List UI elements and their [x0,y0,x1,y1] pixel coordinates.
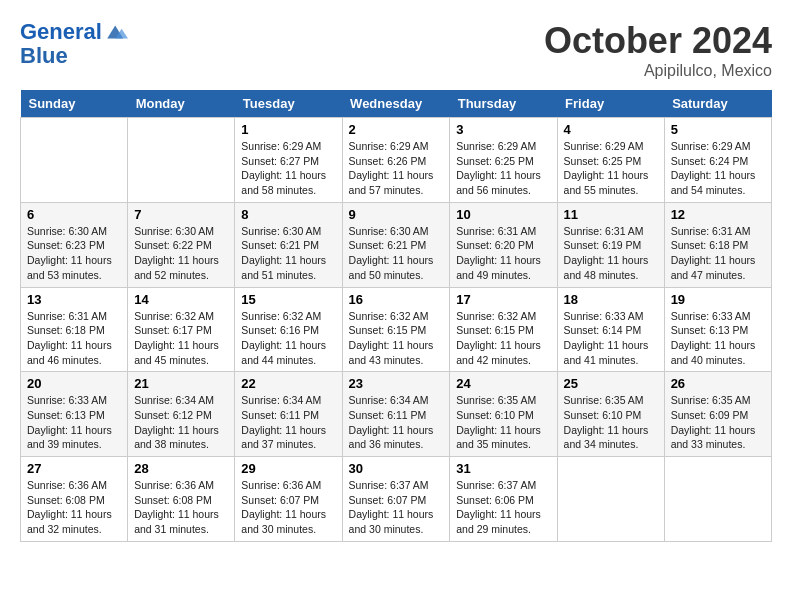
day-info: Sunrise: 6:36 AM Sunset: 6:08 PM Dayligh… [27,478,121,537]
day-info: Sunrise: 6:29 AM Sunset: 6:24 PM Dayligh… [671,139,765,198]
day-number: 14 [134,292,228,307]
logo: General Blue [20,20,128,68]
calendar-cell: 9Sunrise: 6:30 AM Sunset: 6:21 PM Daylig… [342,202,450,287]
calendar-week-3: 13Sunrise: 6:31 AM Sunset: 6:18 PM Dayli… [21,287,772,372]
calendar-header-row: SundayMondayTuesdayWednesdayThursdayFrid… [21,90,772,118]
calendar-cell: 5Sunrise: 6:29 AM Sunset: 6:24 PM Daylig… [664,118,771,203]
calendar-cell: 2Sunrise: 6:29 AM Sunset: 6:26 PM Daylig… [342,118,450,203]
calendar-cell: 23Sunrise: 6:34 AM Sunset: 6:11 PM Dayli… [342,372,450,457]
month-title: October 2024 [544,20,772,62]
day-number: 21 [134,376,228,391]
day-number: 24 [456,376,550,391]
day-info: Sunrise: 6:32 AM Sunset: 6:15 PM Dayligh… [456,309,550,368]
day-number: 12 [671,207,765,222]
calendar-cell: 27Sunrise: 6:36 AM Sunset: 6:08 PM Dayli… [21,457,128,542]
calendar-cell: 20Sunrise: 6:33 AM Sunset: 6:13 PM Dayli… [21,372,128,457]
calendar-cell: 8Sunrise: 6:30 AM Sunset: 6:21 PM Daylig… [235,202,342,287]
day-info: Sunrise: 6:30 AM Sunset: 6:21 PM Dayligh… [349,224,444,283]
day-number: 19 [671,292,765,307]
day-number: 27 [27,461,121,476]
col-header-friday: Friday [557,90,664,118]
calendar-week-5: 27Sunrise: 6:36 AM Sunset: 6:08 PM Dayli… [21,457,772,542]
col-header-saturday: Saturday [664,90,771,118]
col-header-tuesday: Tuesday [235,90,342,118]
day-number: 2 [349,122,444,137]
col-header-sunday: Sunday [21,90,128,118]
calendar-week-2: 6Sunrise: 6:30 AM Sunset: 6:23 PM Daylig… [21,202,772,287]
day-number: 20 [27,376,121,391]
calendar-cell: 13Sunrise: 6:31 AM Sunset: 6:18 PM Dayli… [21,287,128,372]
day-number: 16 [349,292,444,307]
calendar-cell: 15Sunrise: 6:32 AM Sunset: 6:16 PM Dayli… [235,287,342,372]
location: Apipilulco, Mexico [544,62,772,80]
calendar-cell: 10Sunrise: 6:31 AM Sunset: 6:20 PM Dayli… [450,202,557,287]
calendar-cell: 24Sunrise: 6:35 AM Sunset: 6:10 PM Dayli… [450,372,557,457]
calendar-table: SundayMondayTuesdayWednesdayThursdayFrid… [20,90,772,542]
day-info: Sunrise: 6:30 AM Sunset: 6:22 PM Dayligh… [134,224,228,283]
day-number: 18 [564,292,658,307]
calendar-cell [21,118,128,203]
calendar-cell: 17Sunrise: 6:32 AM Sunset: 6:15 PM Dayli… [450,287,557,372]
day-number: 1 [241,122,335,137]
calendar-cell: 21Sunrise: 6:34 AM Sunset: 6:12 PM Dayli… [128,372,235,457]
calendar-cell: 25Sunrise: 6:35 AM Sunset: 6:10 PM Dayli… [557,372,664,457]
col-header-thursday: Thursday [450,90,557,118]
day-number: 15 [241,292,335,307]
day-info: Sunrise: 6:33 AM Sunset: 6:14 PM Dayligh… [564,309,658,368]
calendar-week-4: 20Sunrise: 6:33 AM Sunset: 6:13 PM Dayli… [21,372,772,457]
calendar-cell: 16Sunrise: 6:32 AM Sunset: 6:15 PM Dayli… [342,287,450,372]
day-number: 28 [134,461,228,476]
logo-text: General [20,20,102,44]
calendar-cell: 28Sunrise: 6:36 AM Sunset: 6:08 PM Dayli… [128,457,235,542]
day-info: Sunrise: 6:32 AM Sunset: 6:15 PM Dayligh… [349,309,444,368]
day-info: Sunrise: 6:35 AM Sunset: 6:10 PM Dayligh… [564,393,658,452]
calendar-cell: 19Sunrise: 6:33 AM Sunset: 6:13 PM Dayli… [664,287,771,372]
day-info: Sunrise: 6:34 AM Sunset: 6:11 PM Dayligh… [349,393,444,452]
calendar-cell: 26Sunrise: 6:35 AM Sunset: 6:09 PM Dayli… [664,372,771,457]
logo-icon [104,20,128,44]
day-number: 9 [349,207,444,222]
day-info: Sunrise: 6:31 AM Sunset: 6:19 PM Dayligh… [564,224,658,283]
day-number: 23 [349,376,444,391]
calendar-cell: 18Sunrise: 6:33 AM Sunset: 6:14 PM Dayli… [557,287,664,372]
calendar-cell: 6Sunrise: 6:30 AM Sunset: 6:23 PM Daylig… [21,202,128,287]
col-header-monday: Monday [128,90,235,118]
day-info: Sunrise: 6:31 AM Sunset: 6:18 PM Dayligh… [27,309,121,368]
calendar-cell: 7Sunrise: 6:30 AM Sunset: 6:22 PM Daylig… [128,202,235,287]
day-number: 31 [456,461,550,476]
day-number: 22 [241,376,335,391]
day-info: Sunrise: 6:31 AM Sunset: 6:20 PM Dayligh… [456,224,550,283]
day-number: 10 [456,207,550,222]
calendar-cell: 30Sunrise: 6:37 AM Sunset: 6:07 PM Dayli… [342,457,450,542]
calendar-cell: 29Sunrise: 6:36 AM Sunset: 6:07 PM Dayli… [235,457,342,542]
day-number: 25 [564,376,658,391]
day-info: Sunrise: 6:32 AM Sunset: 6:16 PM Dayligh… [241,309,335,368]
day-number: 6 [27,207,121,222]
day-info: Sunrise: 6:37 AM Sunset: 6:06 PM Dayligh… [456,478,550,537]
calendar-cell: 11Sunrise: 6:31 AM Sunset: 6:19 PM Dayli… [557,202,664,287]
day-info: Sunrise: 6:33 AM Sunset: 6:13 PM Dayligh… [671,309,765,368]
calendar-cell: 3Sunrise: 6:29 AM Sunset: 6:25 PM Daylig… [450,118,557,203]
day-number: 3 [456,122,550,137]
page-header: General Blue October 2024 Apipilulco, Me… [20,20,772,80]
day-info: Sunrise: 6:29 AM Sunset: 6:25 PM Dayligh… [456,139,550,198]
day-info: Sunrise: 6:29 AM Sunset: 6:27 PM Dayligh… [241,139,335,198]
day-number: 26 [671,376,765,391]
day-info: Sunrise: 6:35 AM Sunset: 6:09 PM Dayligh… [671,393,765,452]
day-info: Sunrise: 6:30 AM Sunset: 6:21 PM Dayligh… [241,224,335,283]
calendar-cell [664,457,771,542]
day-info: Sunrise: 6:30 AM Sunset: 6:23 PM Dayligh… [27,224,121,283]
day-info: Sunrise: 6:29 AM Sunset: 6:26 PM Dayligh… [349,139,444,198]
day-info: Sunrise: 6:37 AM Sunset: 6:07 PM Dayligh… [349,478,444,537]
day-info: Sunrise: 6:34 AM Sunset: 6:12 PM Dayligh… [134,393,228,452]
day-info: Sunrise: 6:29 AM Sunset: 6:25 PM Dayligh… [564,139,658,198]
day-info: Sunrise: 6:32 AM Sunset: 6:17 PM Dayligh… [134,309,228,368]
day-number: 13 [27,292,121,307]
logo-blue-text: Blue [20,44,128,68]
calendar-cell: 22Sunrise: 6:34 AM Sunset: 6:11 PM Dayli… [235,372,342,457]
day-number: 17 [456,292,550,307]
day-info: Sunrise: 6:31 AM Sunset: 6:18 PM Dayligh… [671,224,765,283]
day-number: 7 [134,207,228,222]
calendar-cell: 12Sunrise: 6:31 AM Sunset: 6:18 PM Dayli… [664,202,771,287]
calendar-cell: 31Sunrise: 6:37 AM Sunset: 6:06 PM Dayli… [450,457,557,542]
